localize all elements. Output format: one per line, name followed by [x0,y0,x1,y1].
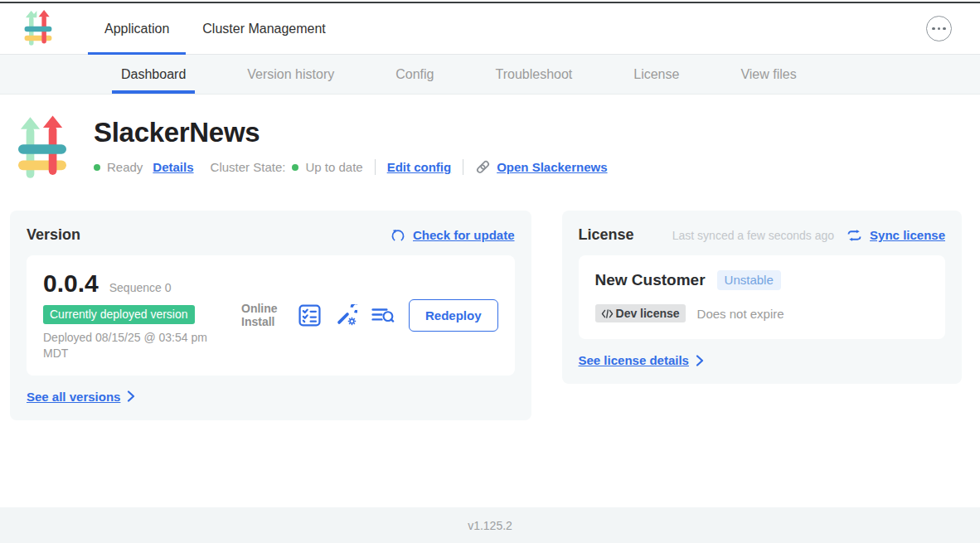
separator [463,159,463,175]
app-sub-nav: Dashboard Version history Config Trouble… [0,55,980,95]
top-nav-tabs: Application Cluster Management [88,3,342,54]
footer: v1.125.2 [0,507,980,543]
tab-troubleshoot[interactable]: Troubleshoot [486,55,581,94]
dashboard-cards: Version Check for update 0.0.4 Sequence … [10,211,962,420]
tab-cluster-management[interactable]: Cluster Management [186,3,342,54]
tab-application[interactable]: Application [88,3,186,54]
check-for-update[interactable]: Check for update [391,228,515,243]
ellipsis-icon [932,27,935,31]
tab-cluster-management-label: Cluster Management [202,22,326,36]
license-type-badge: Dev license [595,304,686,322]
app-logo-icon [18,115,66,183]
sync-license-link[interactable]: Sync license [870,228,945,242]
admin-console-screen: Application Cluster Management Dashboard… [0,0,980,543]
last-synced-text: Last synced a few seconds ago [672,229,834,242]
tab-config[interactable]: Config [386,55,443,94]
chevron-right-icon [696,355,704,366]
version-sequence: Sequence 0 [109,281,172,294]
cluster-state-dot [292,164,298,171]
see-all-versions[interactable]: See all versions [27,390,515,404]
redeploy-button[interactable]: Redeploy [409,299,498,332]
config-wrench-gear-icon[interactable] [335,304,357,327]
details-link[interactable]: Details [153,160,193,174]
refresh-icon [391,228,405,243]
tab-license[interactable]: License [624,55,688,94]
app-status-label: Ready [107,160,143,174]
customer-name: New Customer [595,271,706,289]
separator [375,159,376,175]
see-license-details[interactable]: See license details [579,353,945,367]
license-expiry: Does not expire [697,307,784,321]
view-logs-icon[interactable] [371,305,395,325]
page-title: SlackerNews [94,117,608,148]
license-card: License Last synced a few seconds ago Sy… [562,211,962,384]
tab-dashboard[interactable]: Dashboard [112,55,195,94]
edit-config-link[interactable]: Edit config [387,160,452,174]
slackernews-logo-icon [23,10,53,48]
sync-arrows-icon [847,229,862,242]
tab-application-label: Application [104,22,169,36]
license-card-title: License [579,226,634,244]
console-version: v1.125.2 [468,519,512,532]
license-type-label: Dev license [616,307,680,320]
cluster-state-label: Cluster State: [211,160,286,174]
app-status-dot [94,164,100,171]
version-card: Version Check for update 0.0.4 Sequence … [10,211,531,420]
version-number: 0.0.4 [43,269,99,298]
deployed-badge: Currently deployed version [43,305,195,324]
chevron-right-icon [127,390,135,402]
top-header: Application Cluster Management [0,3,980,55]
tab-view-files[interactable]: View files [731,55,805,94]
preflight-checks-icon[interactable] [298,304,321,327]
see-license-details-link[interactable]: See license details [579,353,689,367]
tab-version-history[interactable]: Version history [238,55,343,94]
more-menu-button[interactable] [926,16,952,41]
current-version-panel: 0.0.4 Sequence 0 Currently deployed vers… [27,255,515,376]
cluster-state-value: Up to date [305,160,362,174]
install-type-label: Online Install [241,302,284,330]
code-icon [601,309,614,318]
version-card-title: Version [27,226,80,244]
deployed-timestamp: Deployed 08/15/25 @ 03:54 pm MDT [43,330,232,361]
license-panel: New Customer Unstable Dev license Does n… [579,255,945,339]
see-all-versions-link[interactable]: See all versions [27,390,120,404]
open-app-link[interactable]: Open Slackernews [497,160,607,174]
app-status-row: Ready Details Cluster State: Up to date … [94,159,608,175]
link-chain-icon [475,159,491,175]
channel-badge: Unstable [717,270,781,290]
check-for-update-link[interactable]: Check for update [413,228,515,242]
app-header: SlackerNews Ready Details Cluster State:… [18,115,957,183]
